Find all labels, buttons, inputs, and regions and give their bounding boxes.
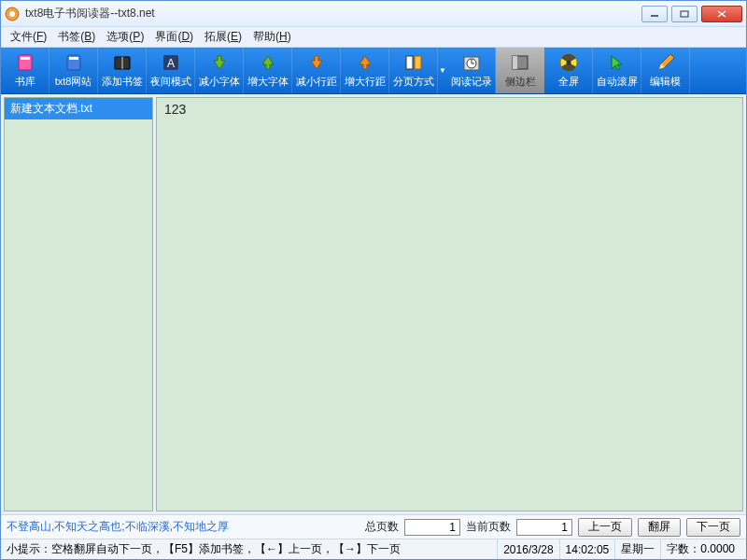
total-pages-value: 1 [404, 519, 460, 536]
book-open-icon [112, 52, 133, 73]
tool-page-mode[interactable]: 分页方式 [389, 48, 438, 93]
tool-line-smaller[interactable]: 减小行距 [292, 48, 341, 93]
arrow-up-green-icon [258, 52, 278, 73]
quote-text: 不登高山,不知天之高也;不临深溪,不知地之厚 [7, 519, 359, 535]
cursor-icon [607, 52, 627, 73]
flip-button[interactable]: 翻屏 [638, 518, 681, 537]
svg-rect-13 [406, 56, 413, 69]
tool-label: 全屏 [558, 75, 579, 89]
pagination-bar: 不登高山,不知天之高也;不临深溪,不知地之厚 总页数 1 当前页数 1 上一页 … [1, 514, 746, 539]
window-title: txt8电子书阅读器--txt8.net [25, 6, 641, 21]
tool-label: 夜间模式 [150, 75, 191, 89]
sidebar: 新建文本文档.txt [4, 97, 153, 511]
radiation-icon [558, 52, 579, 73]
book-pink-icon [15, 52, 35, 73]
svg-rect-3 [681, 11, 688, 17]
toolbar: 书库txt8网站添加书签A夜间模式减小字体增大字体减小行距增大行距分页方式▼阅读… [1, 48, 746, 94]
tool-label: 增大行距 [345, 75, 386, 89]
menu-文件[interactable]: 文件(F) [5, 27, 52, 47]
tool-label: txt8网站 [55, 75, 92, 89]
arrow-down-orange-icon [306, 52, 327, 73]
page-mode-icon [403, 52, 424, 73]
svg-point-22 [566, 61, 571, 65]
clock-icon [461, 52, 482, 73]
window-controls [641, 6, 742, 22]
content-area: 新建文本文档.txt 123 [1, 94, 746, 514]
tool-autoscroll[interactable]: 自动滚屏 [593, 48, 641, 93]
menu-界面[interactable]: 界面(D) [149, 27, 199, 47]
app-window: txt8电子书阅读器--txt8.net 文件(F)书签(B)选项(P)界面(D… [0, 0, 747, 560]
book-blue-icon [63, 52, 84, 73]
tool-label: 减小字体 [199, 75, 240, 89]
tool-fullscreen[interactable]: 全屏 [544, 48, 593, 93]
current-page-label: 当前页数 [466, 519, 511, 535]
close-button[interactable] [701, 6, 742, 22]
sidebar-icon [510, 52, 530, 73]
svg-rect-20 [513, 56, 517, 69]
tool-label: 阅读记录 [451, 75, 492, 89]
tool-font-smaller[interactable]: 减小字体 [195, 48, 244, 93]
tool-edit-mode[interactable]: 编辑模 [641, 48, 690, 93]
next-page-button[interactable]: 下一页 [686, 518, 740, 537]
pencil-icon [655, 52, 676, 73]
night-icon: A [161, 52, 181, 73]
maximize-button[interactable] [671, 6, 698, 22]
svg-rect-14 [415, 56, 421, 69]
tool-label: 书库 [15, 75, 35, 89]
tool-label: 侧边栏 [505, 75, 536, 89]
chevron-down-icon[interactable]: ▼ [438, 48, 447, 93]
status-tip: 小提示：空格翻屏自动下一页，【F5】添加书签，【←】上一页，【→】下一页 [7, 541, 497, 557]
sidebar-item[interactable]: 新建文本文档.txt [5, 98, 152, 119]
tool-label: 编辑模 [650, 75, 681, 89]
svg-rect-7 [21, 57, 30, 60]
svg-text:A: A [166, 57, 174, 70]
menu-帮助[interactable]: 帮助(H) [247, 27, 297, 47]
minimize-button[interactable] [641, 6, 668, 22]
menu-选项[interactable]: 选项(P) [101, 27, 149, 47]
prev-page-button[interactable]: 上一页 [578, 518, 632, 537]
menubar: 文件(F)书签(B)选项(P)界面(D)拓展(E)帮助(H) [1, 27, 746, 48]
tool-font-bigger[interactable]: 增大字体 [244, 48, 292, 93]
app-icon [5, 7, 20, 21]
menu-拓展[interactable]: 拓展(E) [199, 27, 247, 47]
status-weekday: 星期一 [614, 539, 660, 559]
tool-library[interactable]: 书库 [1, 48, 49, 93]
status-wordcount: 字数：0.0000 [660, 539, 740, 559]
tool-line-bigger[interactable]: 增大行距 [341, 48, 389, 93]
tool-website[interactable]: txt8网站 [49, 48, 98, 93]
tool-label: 分页方式 [393, 75, 434, 89]
status-date: 2016/3/28 [497, 539, 558, 559]
tool-label: 自动滚屏 [597, 75, 638, 89]
statusbar: 小提示：空格翻屏自动下一页，【F5】添加书签，【←】上一页，【→】下一页 201… [1, 539, 746, 559]
menu-书签[interactable]: 书签(B) [52, 27, 101, 47]
svg-point-1 [9, 11, 15, 17]
status-time: 14:02:05 [559, 539, 615, 559]
svg-rect-9 [69, 57, 78, 60]
tool-night-mode[interactable]: A夜间模式 [147, 48, 195, 93]
tool-add-bookmark[interactable]: 添加书签 [98, 48, 147, 93]
tool-label: 增大字体 [247, 75, 289, 89]
tool-label: 减小行距 [296, 75, 337, 89]
total-pages-label: 总页数 [365, 519, 399, 535]
titlebar: txt8电子书阅读器--txt8.net [1, 1, 746, 27]
current-page-value: 1 [516, 519, 572, 536]
reader-pane[interactable]: 123 [156, 97, 743, 511]
tool-sidebar-toggle[interactable]: 侧边栏 [496, 48, 544, 93]
tool-history[interactable]: 阅读记录 [447, 48, 496, 93]
arrow-up-orange-icon [355, 52, 375, 73]
tool-label: 添加书签 [102, 75, 143, 89]
reader-text: 123 [164, 102, 186, 117]
arrow-down-green-icon [209, 52, 230, 73]
